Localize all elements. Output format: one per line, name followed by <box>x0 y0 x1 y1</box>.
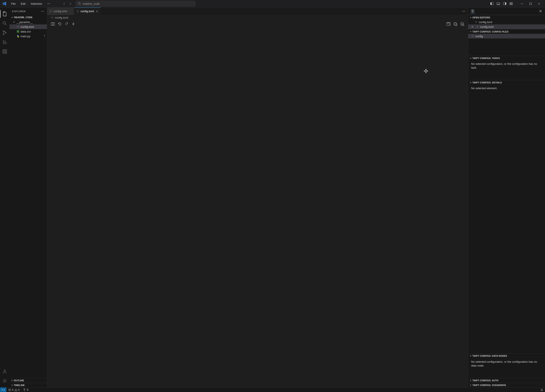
menu-more-icon[interactable] <box>45 1 52 6</box>
svg-rect-9 <box>505 3 506 5</box>
datanodes-header[interactable]: TAIPY CONFIGS: DATA NODES <box>468 354 545 358</box>
close-icon[interactable] <box>471 25 474 28</box>
svg-point-26 <box>41 11 42 11</box>
section-title: TAIPY CONFIGS: TASKS <box>472 57 500 60</box>
config-file-item[interactable]: config <box>468 34 545 38</box>
explorer-more-icon[interactable] <box>41 10 44 13</box>
svg-rect-30 <box>17 30 19 33</box>
section-title: TAIPY CONFIGS: SCENARIOS <box>472 384 506 386</box>
section-title: OPEN EDITORS <box>472 16 490 19</box>
file-config-toml[interactable]: config.toml <box>9 24 47 29</box>
tab-config-toml-1[interactable]: config.toml <box>47 7 74 15</box>
folder-pycache[interactable]: __pycache__ <box>9 20 47 24</box>
toggle-primary-sidebar-icon[interactable] <box>489 1 495 7</box>
editor-canvas[interactable] <box>47 28 468 387</box>
nav-forward-icon[interactable] <box>68 1 73 6</box>
explorer-sidebar: EXPLORER README_CODE __pycache__ config.… <box>9 7 47 387</box>
clapperboard-icon[interactable] <box>446 22 451 26</box>
tab-more-icon[interactable] <box>461 9 466 14</box>
svg-rect-22 <box>5 52 7 54</box>
gear-icon <box>50 16 54 19</box>
svg-rect-11 <box>511 3 513 4</box>
config-files-header[interactable]: TAIPY CONFIGS: CONFIG FILES <box>468 29 545 34</box>
menu-selection[interactable]: Selection <box>29 1 44 6</box>
activity-bar <box>0 7 9 387</box>
vscode-logo-icon <box>2 1 7 6</box>
window-maximize-icon[interactable] <box>526 1 535 7</box>
menu-edit[interactable]: Edit <box>19 1 28 6</box>
window-minimize-icon[interactable] <box>518 1 526 7</box>
activity-accounts-icon[interactable] <box>0 367 9 376</box>
status-bar: 0 0 0 <box>0 387 545 392</box>
breadcrumb[interactable]: config.toml <box>47 15 468 20</box>
chip-icon[interactable] <box>453 22 458 26</box>
tab-label: config.toml <box>54 10 67 13</box>
open-editor-item-2[interactable]: config.toml <box>468 24 545 29</box>
close-icon[interactable] <box>95 10 99 13</box>
svg-rect-21 <box>3 52 4 54</box>
status-ports[interactable]: 0 <box>21 388 30 391</box>
close-icon[interactable] <box>538 9 543 13</box>
chevron-right-icon <box>12 21 15 23</box>
outline-section[interactable]: OUTLINE <box>9 378 47 383</box>
svg-point-43 <box>456 24 457 26</box>
remote-indicator-icon[interactable] <box>0 387 6 392</box>
item-label: config.toml <box>480 25 494 28</box>
status-notifications-icon[interactable] <box>539 388 545 391</box>
chevron-right-icon <box>11 384 13 386</box>
menu-file[interactable]: File <box>9 1 18 6</box>
scenarios-header[interactable]: TAIPY CONFIGS: SCENARIOS <box>468 383 545 387</box>
svg-point-46 <box>477 26 478 27</box>
layout-panels-icon[interactable] <box>50 22 55 26</box>
file-label: main.py <box>21 35 43 38</box>
window-close-icon[interactable] <box>535 1 543 7</box>
status-problems[interactable]: 0 0 <box>6 388 21 391</box>
outline-title: OUTLINE <box>14 379 24 382</box>
activity-explorer-icon[interactable] <box>0 9 9 19</box>
svg-point-39 <box>67 23 67 24</box>
titlebar: File Edit Selection readme_code <box>0 0 545 7</box>
tab-config-toml-2[interactable]: config.toml <box>74 7 101 15</box>
activity-run-debug-icon[interactable] <box>0 37 9 47</box>
toggle-panel-icon[interactable] <box>495 1 501 7</box>
activity-source-control-icon[interactable] <box>0 28 9 37</box>
item-label: config <box>475 35 483 38</box>
file-badge: T <box>44 35 45 38</box>
gear-icon <box>76 10 79 13</box>
open-editor-item-1[interactable]: config.toml <box>468 20 545 24</box>
command-center[interactable]: readme_code <box>76 1 196 6</box>
nav-back-icon[interactable] <box>62 1 67 6</box>
toggle-secondary-sidebar-icon[interactable] <box>502 1 508 7</box>
svg-point-33 <box>462 11 463 11</box>
details-message: No selected element. <box>468 85 545 92</box>
search-icon <box>78 2 81 5</box>
breadcrumb-label: config.toml <box>55 16 68 19</box>
book-icon[interactable] <box>470 9 475 13</box>
tag-edit-icon[interactable] <box>64 22 69 26</box>
layers-icon[interactable] <box>460 22 464 26</box>
svg-point-45 <box>476 22 477 23</box>
details-header[interactable]: TAIPY CONFIGS: DETAILS <box>468 80 545 85</box>
customize-layout-icon[interactable] <box>508 1 514 7</box>
svg-point-29 <box>18 26 19 27</box>
activity-settings-icon[interactable] <box>0 376 9 386</box>
gear-icon <box>471 35 474 38</box>
timeline-section[interactable]: TIMELINE <box>9 383 47 387</box>
auth-header[interactable]: TAIPY CONFIGS: AUTH <box>468 378 545 383</box>
refresh-icon[interactable] <box>57 22 62 26</box>
tasks-header[interactable]: TAIPY CONFIGS: TASKS <box>468 56 545 60</box>
file-main-py[interactable]: main.py T <box>9 34 47 38</box>
open-editors-header[interactable]: OPEN EDITORS <box>468 15 545 20</box>
svg-point-2 <box>50 3 50 4</box>
secondary-sidebar: OPEN EDITORS config.toml config.toml TAI… <box>468 7 545 387</box>
explorer-title: EXPLORER <box>12 10 26 13</box>
file-data-csv[interactable]: data.csv <box>9 29 47 34</box>
svg-rect-20 <box>3 50 4 51</box>
errors-count: 0 <box>12 388 13 391</box>
activity-extensions-icon[interactable] <box>0 47 9 56</box>
section-title: TAIPY CONFIGS: DATA NODES <box>472 355 507 357</box>
gear-icon <box>476 25 479 28</box>
explorer-project-header[interactable]: README_CODE <box>9 15 47 20</box>
activity-search-icon[interactable] <box>0 19 9 28</box>
lightning-icon[interactable] <box>71 22 76 26</box>
